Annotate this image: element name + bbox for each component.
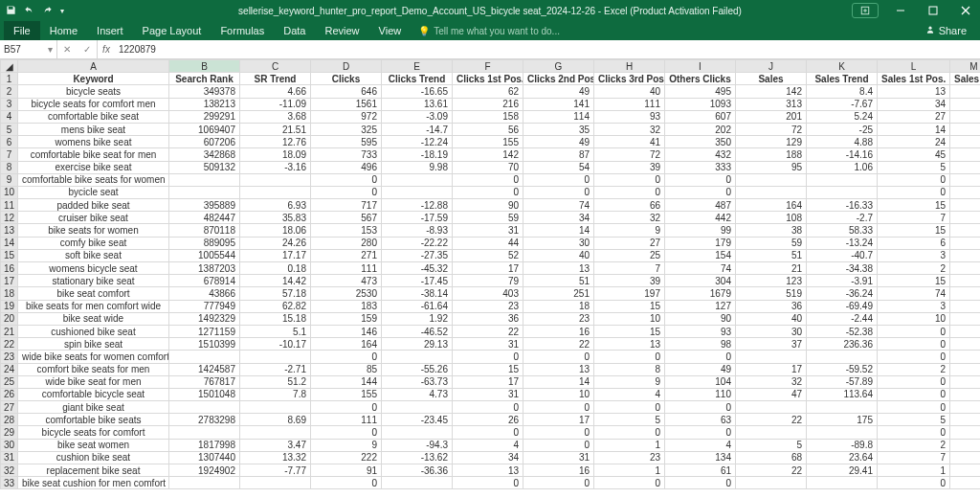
cell[interactable]: -22.22 — [382, 237, 453, 249]
cell[interactable]: Clicks Trend — [382, 73, 453, 85]
cell[interactable]: Search Rank — [169, 73, 240, 85]
cell[interactable]: 473 — [311, 275, 382, 287]
cell[interactable]: 31 — [523, 451, 594, 464]
cell[interactable]: 7 — [878, 451, 950, 464]
col-header[interactable]: I — [665, 60, 736, 73]
cell[interactable]: stationary bike seat — [18, 275, 169, 287]
cell[interactable]: 442 — [665, 212, 736, 224]
cell[interactable]: 519 — [736, 287, 807, 300]
cell[interactable]: -10.17 — [240, 338, 311, 351]
cell[interactable]: 5.24 — [807, 110, 878, 123]
row-header[interactable]: 2 — [1, 85, 18, 98]
cell[interactable]: 1 — [950, 237, 981, 249]
cell[interactable]: -14.16 — [807, 148, 878, 161]
row-header[interactable]: 16 — [1, 262, 18, 275]
row-header[interactable]: 30 — [1, 439, 18, 451]
cell[interactable]: 23 — [594, 451, 665, 464]
cell[interactable]: 1.06 — [807, 161, 878, 173]
cell[interactable]: 5 — [594, 414, 665, 426]
cell[interactable]: cruiser bike seat — [18, 212, 169, 224]
cell[interactable]: 325 — [311, 123, 382, 135]
cell[interactable]: 333 — [665, 161, 736, 173]
select-all-corner[interactable]: ◢ — [1, 60, 18, 73]
cell[interactable]: -13.62 — [382, 451, 453, 464]
cell[interactable]: 113.64 — [807, 388, 878, 400]
cell[interactable]: 43866 — [169, 287, 240, 300]
cell[interactable]: 15 — [878, 199, 950, 212]
cell[interactable]: 30 — [736, 325, 807, 337]
cell[interactable]: 7 — [950, 161, 981, 173]
cell[interactable]: 646 — [311, 85, 382, 98]
cell[interactable]: 1387203 — [169, 262, 240, 275]
cell[interactable]: -63.73 — [382, 375, 453, 388]
cell[interactable]: 4 — [453, 439, 523, 451]
cell[interactable]: 0 — [665, 426, 736, 439]
cell[interactable]: 17 — [523, 414, 594, 426]
cell[interactable]: 1 — [950, 363, 981, 375]
tell-me[interactable]: 💡 Tell me what you want to do... — [418, 26, 560, 36]
cell[interactable]: 183 — [311, 300, 382, 312]
cell[interactable]: soft bike seat — [18, 249, 169, 261]
cell[interactable]: 13 — [453, 464, 523, 477]
cell[interactable]: 74 — [878, 287, 950, 300]
cell[interactable]: -40.7 — [807, 249, 878, 261]
cell[interactable]: replacement bike seat — [18, 464, 169, 477]
cell[interactable] — [807, 401, 878, 414]
cell[interactable]: 146 — [311, 325, 382, 337]
cell[interactable]: 5 — [736, 439, 807, 451]
name-box-dropdown-icon[interactable]: ▾ — [48, 44, 53, 55]
row-header[interactable]: 23 — [1, 351, 18, 363]
cell[interactable]: 4.73 — [382, 388, 453, 400]
cell[interactable]: cushion bike seat — [18, 451, 169, 464]
cell[interactable]: 717 — [311, 199, 382, 212]
cell[interactable]: 134 — [665, 451, 736, 464]
cell[interactable]: 32 — [736, 375, 807, 388]
cell[interactable]: 31 — [453, 224, 523, 237]
cell[interactable]: 110 — [665, 388, 736, 400]
cell[interactable]: -12.24 — [382, 136, 453, 148]
cell[interactable]: 14 — [523, 375, 594, 388]
row-header[interactable]: 14 — [1, 237, 18, 249]
cell[interactable]: 36 — [453, 312, 523, 325]
col-header[interactable]: A — [18, 60, 169, 73]
cell[interactable]: 3 — [878, 300, 950, 312]
cell[interactable]: 51.2 — [240, 375, 311, 388]
cell[interactable]: 34 — [878, 98, 950, 110]
cell[interactable]: 4 — [665, 439, 736, 451]
cell[interactable]: 93 — [594, 110, 665, 123]
cell[interactable]: -46.52 — [382, 325, 453, 337]
cell[interactable]: 222 — [311, 451, 382, 464]
cell[interactable]: 4 — [594, 388, 665, 400]
cell[interactable]: wide bike seat for men — [18, 375, 169, 388]
cell[interactable]: 22 — [523, 338, 594, 351]
cell[interactable]: 1424587 — [169, 363, 240, 375]
cell[interactable]: -13.24 — [807, 237, 878, 249]
cell[interactable]: 0 — [594, 186, 665, 198]
cell[interactable]: 1510399 — [169, 338, 240, 351]
cell[interactable]: 16 — [523, 325, 594, 337]
cell[interactable]: 30 — [523, 237, 594, 249]
cell[interactable] — [169, 477, 240, 489]
row-header[interactable]: 10 — [1, 186, 18, 198]
cell[interactable]: 164 — [311, 338, 382, 351]
tab-data[interactable]: Data — [274, 21, 315, 40]
cell[interactable]: 45 — [878, 148, 950, 161]
cell[interactable]: 0 — [523, 439, 594, 451]
cell[interactable]: comfortable bike seats — [18, 414, 169, 426]
cell[interactable]: 155 — [453, 136, 523, 148]
cell[interactable]: 0 — [950, 464, 981, 477]
cell[interactable] — [382, 426, 453, 439]
row-header[interactable]: 4 — [1, 110, 18, 123]
cell[interactable]: -14.7 — [382, 123, 453, 135]
cell[interactable]: 0 — [665, 173, 736, 186]
cell[interactable]: 188 — [736, 148, 807, 161]
cell[interactable]: 595 — [311, 136, 382, 148]
cell[interactable]: 87 — [523, 148, 594, 161]
cell[interactable]: -89.8 — [807, 439, 878, 451]
cell[interactable]: 52 — [453, 249, 523, 261]
cell[interactable]: 12.76 — [240, 136, 311, 148]
cell[interactable]: -3.16 — [240, 161, 311, 173]
cell[interactable]: 129 — [736, 136, 807, 148]
cell[interactable] — [169, 401, 240, 414]
cell[interactable]: 0 — [594, 477, 665, 489]
